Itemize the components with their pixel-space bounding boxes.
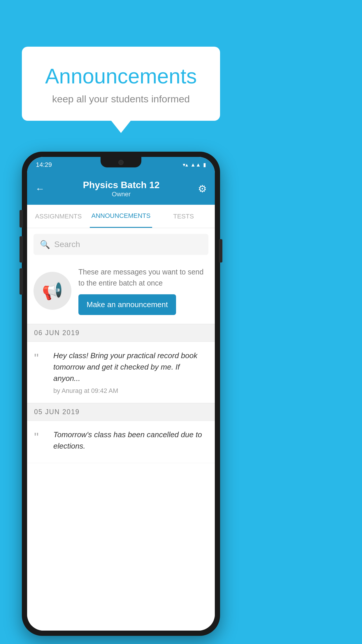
speech-bubble-title: Announcements xyxy=(36,64,205,88)
tab-tests[interactable]: TESTS xyxy=(152,205,215,228)
power-button xyxy=(219,239,222,262)
phone-frame: 14:29 ▾▴ ▲▲ ▮ ← Physics Batch 12 Owner ⚙… xyxy=(22,152,220,636)
speech-bubble-subtitle: keep all your students informed xyxy=(36,93,205,105)
date-section-1: 06 JUN 2019 xyxy=(27,324,215,342)
header-center: Physics Batch 12 Owner xyxy=(45,180,198,198)
volume-down-button xyxy=(20,236,23,262)
promo-content: These are messages you want to send to t… xyxy=(78,267,208,315)
content-area: 🔍 Search 📢 These are messages you want t… xyxy=(27,228,215,631)
front-camera xyxy=(118,160,124,165)
volume-up-button xyxy=(20,210,23,228)
search-placeholder: Search xyxy=(54,240,80,249)
tab-assignments[interactable]: ASSIGNMENTS xyxy=(27,205,90,228)
date-section-2: 05 JUN 2019 xyxy=(27,403,215,421)
batch-subtitle: Owner xyxy=(45,190,198,198)
search-icon: 🔍 xyxy=(40,240,50,249)
megaphone-icon: 📢 xyxy=(42,281,63,301)
speech-bubble-container: Announcements keep all your students inf… xyxy=(22,47,220,121)
announcement-meta-1: by Anurag at 09:42 AM xyxy=(53,387,208,395)
tab-bar: ASSIGNMENTS ANNOUNCEMENTS TESTS xyxy=(27,205,215,228)
app-header: ← Physics Batch 12 Owner ⚙ xyxy=(27,173,215,205)
quote-icon-2: " xyxy=(34,430,47,445)
phone-notch xyxy=(101,157,141,167)
announcement-message-1: Hey class! Bring your practical record b… xyxy=(53,350,208,384)
announcement-item-2[interactable]: " Tomorrow's class has been cancelled du… xyxy=(27,421,215,463)
announcement-text-2: Tomorrow's class has been cancelled due … xyxy=(53,429,208,455)
silent-button xyxy=(20,268,23,295)
announcement-item-1[interactable]: " Hey class! Bring your practical record… xyxy=(27,342,215,403)
battery-icon: ▮ xyxy=(203,162,206,168)
announcement-text-1: Hey class! Bring your practical record b… xyxy=(53,350,208,395)
announcement-message-2: Tomorrow's class has been cancelled due … xyxy=(53,429,208,452)
wifi-icon: ▾▴ xyxy=(183,162,188,168)
status-time: 14:29 xyxy=(36,161,52,169)
promo-card: 📢 These are messages you want to send to… xyxy=(27,261,215,324)
batch-title: Physics Batch 12 xyxy=(45,180,198,190)
back-button[interactable]: ← xyxy=(35,183,45,194)
quote-icon: " xyxy=(34,351,47,366)
promo-icon-circle: 📢 xyxy=(34,272,71,310)
search-bar[interactable]: 🔍 Search xyxy=(34,234,208,255)
settings-button[interactable]: ⚙ xyxy=(198,183,207,195)
signal-icon: ▲▲ xyxy=(190,162,201,168)
phone-screen: 14:29 ▾▴ ▲▲ ▮ ← Physics Batch 12 Owner ⚙… xyxy=(27,157,215,631)
tab-announcements[interactable]: ANNOUNCEMENTS xyxy=(90,205,152,228)
status-icons: ▾▴ ▲▲ ▮ xyxy=(183,162,206,168)
speech-bubble: Announcements keep all your students inf… xyxy=(22,47,220,121)
make-announcement-button[interactable]: Make an announcement xyxy=(78,294,176,315)
promo-description: These are messages you want to send to t… xyxy=(78,267,208,288)
